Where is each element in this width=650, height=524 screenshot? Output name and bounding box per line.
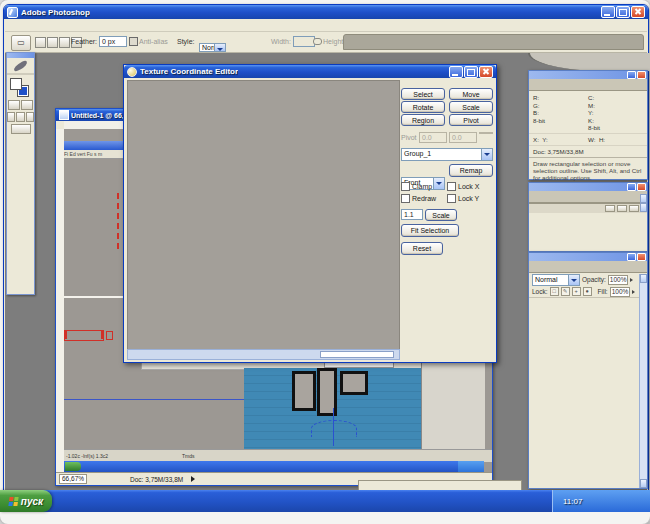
toolbox-palette [6, 52, 35, 295]
layers-palette-titlebar[interactable] [529, 253, 647, 261]
blend-mode-select[interactable]: Normal [532, 274, 580, 286]
zoom-percentage[interactable]: 66,67% [59, 474, 87, 484]
foreground-color-swatch[interactable] [10, 78, 22, 90]
taskbar: пуск 11:07 [0, 490, 650, 512]
lockx-check-row[interactable]: Lock X [447, 182, 479, 191]
dialog-minimize-button[interactable] [449, 66, 463, 78]
standard-screen-button[interactable] [7, 112, 15, 122]
width-input[interactable] [293, 36, 315, 47]
embedded-status-text: -1.02c -Inf(s) 1.3c2 [66, 453, 108, 459]
lock-transparency-icon[interactable]: □ [550, 287, 559, 296]
dialog-titlebar[interactable]: Texture Coordinate Editor [124, 65, 496, 78]
clamp-check-row[interactable]: Clamp [401, 182, 432, 191]
info-palette-titlebar[interactable] [529, 71, 647, 79]
palette-close-icon[interactable] [637, 253, 646, 261]
lock-image-icon[interactable]: ✎ [561, 287, 570, 296]
group-select[interactable]: Group_1 [401, 148, 493, 161]
start-label: пуск [21, 496, 43, 507]
fill-spinner-icon[interactable] [632, 290, 635, 294]
layers-tabs [529, 261, 647, 273]
photoshop-titlebar[interactable]: Adobe Photoshop [4, 5, 648, 19]
cmyk-readout: C: M: Y: K: 8-bit [588, 94, 643, 132]
embedded-start-button [65, 462, 81, 471]
jump-to-imageready-button[interactable] [11, 124, 31, 134]
link-dimensions-icon[interactable] [313, 38, 322, 45]
dialog-title: Texture Coordinate Editor [140, 67, 238, 76]
fullscreen-menubar-button[interactable] [16, 112, 24, 122]
history-palette-titlebar[interactable] [529, 183, 647, 191]
scale-button[interactable]: Scale [449, 101, 493, 113]
lock-all-icon[interactable]: ● [583, 287, 592, 296]
palette-minimize-icon[interactable] [627, 183, 636, 191]
lock-position-icon[interactable]: + [572, 287, 581, 296]
redraw-checkbox[interactable] [401, 194, 410, 203]
clamp-checkbox[interactable] [401, 182, 410, 191]
fullscreen-button[interactable] [26, 112, 34, 122]
move-button[interactable]: Move [449, 88, 493, 100]
current-tool-button[interactable]: ▭ [11, 35, 31, 51]
status-arrow-icon[interactable] [191, 476, 195, 482]
lockx-checkbox[interactable] [447, 182, 456, 191]
viewport-axis-line [333, 408, 334, 446]
scale-factor-input[interactable]: 1.1 [401, 209, 423, 220]
embedded-command-panel [421, 357, 485, 461]
close-button[interactable] [631, 6, 645, 18]
palette-minimize-icon[interactable] [627, 253, 636, 261]
pivot-y-field[interactable]: 0.0 [449, 132, 477, 143]
taskbar-clock: 11:07 [563, 497, 582, 506]
quickmask-mode-button[interactable] [21, 100, 33, 110]
viewport-plane [292, 371, 316, 411]
delete-state-button[interactable] [629, 205, 639, 212]
palette-close-icon[interactable] [637, 71, 646, 79]
fill-value[interactable]: 100% [610, 287, 631, 297]
embedded-red-handle [106, 331, 113, 340]
standard-mode-button[interactable] [8, 100, 20, 110]
redraw-check-row[interactable]: Redraw [401, 194, 436, 203]
info-tabs [529, 79, 647, 91]
system-tray: 11:07 [552, 490, 650, 512]
texture-coordinate-editor-dialog: Texture Coordinate Editor Select Move Ro… [123, 64, 497, 363]
apply-scale-button[interactable]: Scale [425, 209, 457, 221]
pivot-pick-button[interactable] [479, 132, 493, 134]
uv-wireframe-canvas[interactable] [127, 80, 400, 350]
minimize-button[interactable] [601, 6, 615, 18]
imageready-row [7, 123, 34, 135]
feather-input[interactable]: 0 px [99, 36, 127, 47]
reset-button[interactable]: Reset [401, 242, 443, 255]
antialias-label: Anti-alias [139, 38, 168, 45]
uv-wireframe [128, 81, 399, 349]
canvas-horizontal-scrollbar[interactable] [127, 349, 400, 360]
tool-hint-text: Draw rectangular selection or move selec… [529, 157, 647, 183]
pivot-x-field[interactable]: 0.0 [419, 132, 447, 143]
locky-check-row[interactable]: Lock Y [447, 194, 479, 203]
layers-scrollbar[interactable] [639, 274, 647, 488]
locky-checkbox[interactable] [447, 194, 456, 203]
dialog-close-button[interactable] [479, 66, 493, 78]
opacity-value[interactable]: 100% [608, 275, 629, 285]
antialias-checkbox[interactable] [129, 37, 138, 46]
select-button[interactable]: Select [401, 88, 445, 100]
lock-controls: Lock: □ ✎ + ● Fill: 100% [529, 286, 647, 298]
document-title: Untitled-1 @ 66, [71, 112, 124, 119]
fit-selection-button[interactable]: Fit Selection [401, 224, 459, 237]
pivot-button[interactable]: Pivot [449, 114, 493, 126]
menu-bar [5, 20, 647, 32]
new-snapshot-button[interactable] [617, 205, 627, 212]
remap-button[interactable]: Remap [449, 164, 493, 177]
palette-close-icon[interactable] [637, 183, 646, 191]
region-button[interactable]: Region [401, 114, 445, 126]
palette-minimize-icon[interactable] [627, 71, 636, 79]
dialog-maximize-button[interactable] [464, 66, 478, 78]
style-select[interactable]: Normal [199, 43, 226, 52]
restore-button[interactable] [616, 6, 630, 18]
new-document-from-state-button[interactable] [605, 205, 615, 212]
history-footer [529, 203, 647, 213]
opacity-spinner-icon[interactable] [630, 278, 633, 282]
dialog-icon [127, 67, 137, 77]
screen-mode-buttons [7, 111, 34, 123]
windows-logo-icon [8, 497, 18, 506]
viewport-plane [340, 371, 368, 395]
rotate-button[interactable]: Rotate [401, 101, 445, 113]
start-button[interactable]: пуск [0, 490, 52, 512]
window-title: Adobe Photoshop [21, 8, 90, 17]
